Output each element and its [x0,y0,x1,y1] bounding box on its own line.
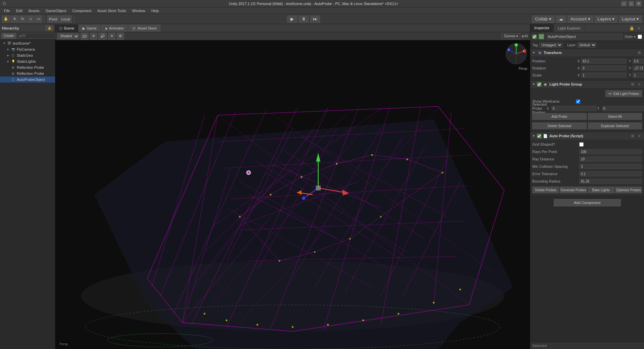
transform-settings-button[interactable]: ⚙ [637,50,642,55]
generate-probes-button[interactable]: Generate Probes [560,187,587,193]
menu-file[interactable]: File [1,9,13,13]
hierarchy-create-button[interactable]: Create [1,33,16,39]
min-collision-spacing-input[interactable] [579,164,642,169]
auto-probe-settings-button[interactable]: ⚙ [630,133,635,139]
pos-y-input[interactable] [633,58,644,64]
duplicate-selected-button[interactable]: Duplicate Selected [588,122,642,129]
scale-x-input[interactable] [581,72,627,78]
tab-inspector[interactable]: Inspector [530,24,554,32]
menubar: File Edit Assets GameObject Component As… [0,7,644,14]
hand-tool[interactable]: ✋ [2,15,10,23]
step-button[interactable]: ⏭ [310,15,320,23]
transform-actions: ⚙ [637,50,642,55]
scene-viewport[interactable]: Persp X Y [55,40,530,349]
tab-scene[interactable]: ⬡ Scene [55,24,78,32]
minimize-button[interactable]: — [621,1,627,6]
light-probe-group-header[interactable]: ▼ ◉ Light Probe Group ⚙ ≡ [530,81,644,88]
probe-pos-x-item: X [547,106,597,111]
all-label[interactable]: ◈All [522,34,528,38]
pivot-button[interactable]: Pivot [47,15,59,23]
close-button[interactable]: ✕ [636,1,641,6]
delete-probes-button[interactable]: Delete Probes [532,187,559,193]
object-name-input[interactable] [546,34,623,40]
tab-light-explorer[interactable]: Light Explorer [554,24,585,32]
hierarchy-lock-button[interactable]: 🔒 [46,26,53,31]
menu-assetstoretools[interactable]: Asset Store Tools [95,9,128,13]
select-all-button[interactable]: Select All [588,113,642,120]
play-button[interactable]: ▶ [287,15,297,23]
move-tool[interactable]: ✛ [11,15,18,23]
fx-toggle[interactable]: ✦ [108,33,115,40]
light-probe-script-button[interactable]: ⚙ [630,82,635,87]
bake-lights-button[interactable]: Bake Lights [588,187,614,193]
rot-y-input[interactable] [633,65,644,71]
audio-toggle[interactable]: 🔊 [99,33,107,40]
scene-tabs: ⬡ Scene ▶ Game ◈ Animator 🛒 Asset Store [55,24,530,32]
menu-gameobject[interactable]: GameObject [43,9,69,13]
hierarchy-tab-label[interactable]: Hierarchy [2,26,19,30]
tree-item-staticlights[interactable]: ► 💡 StaticLights [0,58,55,64]
delete-selected-button[interactable]: Delete Selected [532,122,587,129]
tree-item-reflectionprobe2[interactable]: ◎ Reflection Probe [0,70,55,77]
auto-probe-header[interactable]: ▼ 📄 Auto Probe (Script) ⚙ ≡ [530,132,644,140]
gizmos-dropdown[interactable]: Gizmos ▾ [501,33,520,39]
add-probe-button[interactable]: Add Probe [532,113,587,120]
pos-x-input[interactable] [581,58,627,64]
edit-light-probes-button[interactable]: ✏ Edit Light Probes [605,90,642,97]
layers-button[interactable]: Layers ▾ [595,15,618,23]
collab-button[interactable]: Collab ▾ [532,15,554,23]
scene-camera-settings[interactable]: ⚙ [117,33,124,40]
shading-dropdown[interactable]: Shaded [57,33,79,39]
inspector-lock-button[interactable]: 🔒 [629,25,635,31]
object-enabled-checkbox[interactable] [532,35,537,39]
tree-item-testscene[interactable]: ▼ 🎬 testScene* [0,40,55,46]
pause-button[interactable]: ⏸ [299,15,309,23]
menu-help[interactable]: Help [149,9,162,13]
error-tolerance-input[interactable] [579,171,642,177]
add-component-button[interactable]: Add Component [554,199,621,206]
rect-tool[interactable]: ▭ [35,15,42,23]
auto-probe-enabled-checkbox[interactable] [537,134,541,138]
layer-dropdown[interactable]: Default [577,42,596,48]
2d-toggle[interactable]: 2D [80,33,89,40]
tree-item-reflectionprobe1[interactable]: ◎ Reflection Probe [0,64,55,70]
inspector-menu-button[interactable]: ≡ [636,25,642,31]
light-probe-enabled-checkbox[interactable] [537,82,541,87]
tree-item-flycamera[interactable]: ► 📷 FlyCamera [0,46,55,52]
static-checkbox[interactable] [638,35,642,39]
auto-probe-body: Grid Shaped? Rays Per Point Ray Distance [530,140,644,196]
rotate-tool[interactable]: ↻ [19,15,26,23]
light-probe-menu-button[interactable]: ≡ [637,82,642,87]
local-button[interactable]: Local [59,15,71,23]
layout-button[interactable]: Layout ▾ [619,15,642,23]
tab-assetstore[interactable]: 🛒 Asset Store [128,24,161,32]
menu-edit[interactable]: Edit [13,9,25,13]
tree-item-staticgeo[interactable]: ► ⬡ StaticGeo [0,52,55,58]
scale-tool[interactable]: ⤡ [27,15,34,23]
auto-probe-menu-button[interactable]: ≡ [637,133,642,139]
rays-per-point-input[interactable] [579,149,642,154]
probe-pos-x-input[interactable] [551,106,597,111]
probe-pos-y-input[interactable] [602,106,644,111]
scale-y-input[interactable] [633,72,644,78]
object-header: ⬡ Static ▾ [530,32,644,41]
tab-animator[interactable]: ◈ Animator [101,24,128,32]
lighting-toggle[interactable]: ☀ [90,33,97,40]
maximize-button[interactable]: □ [629,1,634,6]
ray-distance-input[interactable] [579,156,642,162]
tag-dropdown[interactable]: Untagged [539,42,562,48]
account-button[interactable]: Account ▾ [568,15,593,23]
optimize-probes-button[interactable]: Optimize Probes [615,187,642,193]
position-row: Position X Y Z [532,58,642,64]
grid-shaped-checkbox[interactable] [579,142,584,147]
cloud-button[interactable]: ☁ [556,15,566,23]
show-wireframe-checkbox[interactable] [576,99,580,104]
rot-x-input[interactable] [581,65,627,71]
tab-game[interactable]: ▶ Game [78,24,101,32]
tree-item-autoprobeobject[interactable]: ⬡ AutoProbeObject [0,77,55,83]
menu-assets[interactable]: Assets [26,9,42,13]
menu-window[interactable]: Window [129,9,148,13]
bounding-radius-input[interactable] [579,179,642,184]
menu-component[interactable]: Component [69,9,94,13]
transform-header[interactable]: ▼ ⊞ Transform ⚙ [530,49,644,56]
